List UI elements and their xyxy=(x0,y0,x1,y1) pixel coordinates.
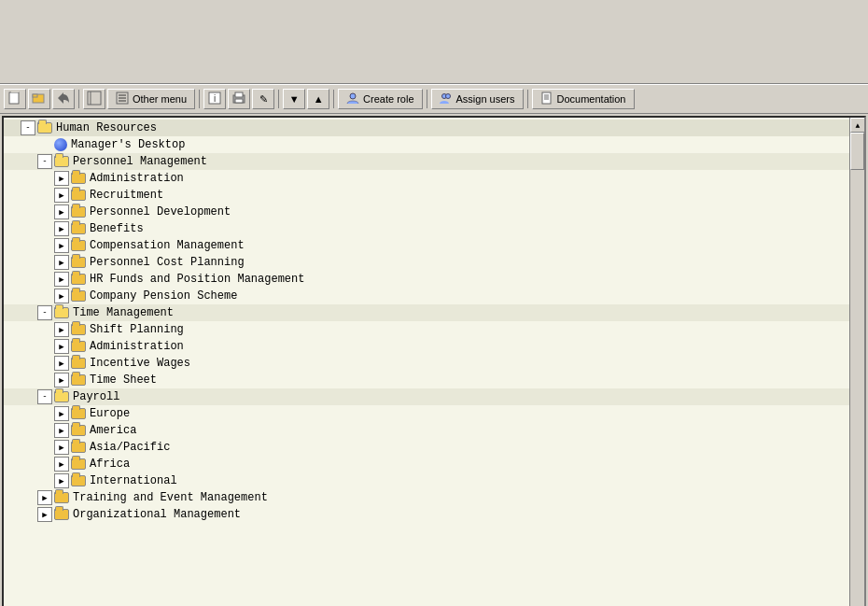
comp-expand[interactable]: ▶ xyxy=(54,238,69,253)
tree-item-shift-planning[interactable]: ▶ Shift Planning xyxy=(4,321,849,338)
tree-item-recruitment[interactable]: ▶ Recruitment xyxy=(4,187,849,204)
time-sheet-label: Time Sheet xyxy=(90,373,157,387)
new-button[interactable] xyxy=(4,89,26,109)
int-expand[interactable]: ▶ xyxy=(54,473,69,488)
tree-item-pension[interactable]: ▶ Company Pension Scheme xyxy=(4,288,849,304)
tree-item-international[interactable]: ▶ International xyxy=(4,472,849,489)
assign-users-button[interactable]: Assign users xyxy=(431,89,524,109)
tree-item-personnel-dev[interactable]: ▶ Personnel Development xyxy=(4,204,849,220)
pension-label: Company Pension Scheme xyxy=(90,289,237,303)
hrf-expand[interactable]: ▶ xyxy=(54,272,69,287)
tm-admin-label: Administration xyxy=(90,340,184,353)
eu-folder-icon xyxy=(71,408,86,419)
tm-expand[interactable]: - xyxy=(37,305,52,320)
tech-info-button[interactable]: i xyxy=(203,89,226,109)
top-chrome xyxy=(0,0,868,84)
scrollbar: ▲ ▼ xyxy=(849,118,864,606)
tree-item-org-mgmt[interactable]: ▶ Organizational Management xyxy=(4,506,849,523)
pm-expand[interactable]: - xyxy=(37,154,52,169)
back-button[interactable] xyxy=(52,89,75,109)
tr-expand[interactable]: ▶ xyxy=(37,490,52,505)
svg-point-17 xyxy=(445,94,450,99)
compensation-label: Compensation Management xyxy=(90,239,245,252)
recruitment-label: Recruitment xyxy=(90,189,163,202)
tm-folder-icon xyxy=(54,307,69,318)
open-button[interactable] xyxy=(28,89,50,109)
tree-item-asia-pacific[interactable]: ▶ Asia/Pacific xyxy=(4,439,849,456)
pdev-expand[interactable]: ▶ xyxy=(54,204,69,219)
scrollbar-track[interactable] xyxy=(850,133,864,606)
sp-expand[interactable]: ▶ xyxy=(54,322,69,337)
tree-item-time-sheet[interactable]: ▶ Time Sheet xyxy=(4,372,849,388)
tree-root[interactable]: - Human Resources xyxy=(4,120,849,136)
tree-item-america[interactable]: ▶ America xyxy=(4,422,849,439)
documentation-icon xyxy=(540,92,553,106)
tree-item-tm-administration[interactable]: ▶ Administration xyxy=(4,338,849,355)
down-arrow-button[interactable]: ▼ xyxy=(283,89,305,109)
main-panel: - Human Resources Manager's Desktop - Pe… xyxy=(2,116,866,606)
other-menu-button[interactable]: Other menu xyxy=(107,89,195,109)
tree-item-hr-funds[interactable]: ▶ HR Funds and Position Management xyxy=(4,271,849,288)
separator-4 xyxy=(333,90,334,108)
org-mgmt-label: Organizational Management xyxy=(73,508,241,521)
tree-item-compensation[interactable]: ▶ Compensation Management xyxy=(4,237,849,254)
open-icon xyxy=(32,91,47,107)
up-arrow-icon: ▲ xyxy=(314,93,324,105)
tree-item-personnel-mgmt[interactable]: - Personnel Management xyxy=(4,153,849,170)
ap-expand[interactable]: ▶ xyxy=(54,440,69,455)
tma-folder-icon xyxy=(71,341,86,352)
iw-expand[interactable]: ▶ xyxy=(54,356,69,371)
root-expand[interactable]: - xyxy=(21,120,35,135)
tree-item-managers-desktop[interactable]: Manager's Desktop xyxy=(4,136,849,153)
international-label: International xyxy=(90,474,177,487)
tma-expand[interactable]: ▶ xyxy=(54,339,69,354)
ts-expand[interactable]: ▶ xyxy=(54,373,69,388)
admin-expand[interactable]: ▶ xyxy=(54,171,69,186)
svg-rect-4 xyxy=(88,92,101,105)
new-icon xyxy=(7,91,22,107)
assign-users-label: Assign users xyxy=(456,93,515,105)
pay-expand[interactable]: - xyxy=(37,389,52,404)
create-role-button[interactable]: Create role xyxy=(338,89,422,109)
tree-item-cost-planning[interactable]: ▶ Personnel Cost Planning xyxy=(4,254,849,271)
tree-item-administration[interactable]: ▶ Administration xyxy=(4,170,849,187)
time-mgmt-label: Time Management xyxy=(73,306,174,319)
cp-expand[interactable]: ▶ xyxy=(54,255,69,270)
pm-folder-icon xyxy=(54,156,69,167)
incentive-wages-label: Incentive Wages xyxy=(90,357,190,370)
eu-expand[interactable]: ▶ xyxy=(54,406,69,421)
sphere-icon xyxy=(54,138,67,151)
ts-folder-icon xyxy=(71,374,86,386)
tree-item-training[interactable]: ▶ Training and Event Management xyxy=(4,489,849,506)
am-expand[interactable]: ▶ xyxy=(54,423,69,438)
tree-item-africa[interactable]: ▶ Africa xyxy=(4,456,849,472)
ben-expand[interactable]: ▶ xyxy=(54,221,69,236)
edit-button[interactable]: ✎ xyxy=(252,89,274,109)
documentation-button[interactable]: Documentation xyxy=(532,89,635,109)
root-label: Human Resources xyxy=(56,121,157,134)
svg-rect-14 xyxy=(235,99,243,103)
tree-item-incentive-wages[interactable]: ▶ Incentive Wages xyxy=(4,355,849,372)
root-folder-icon xyxy=(37,122,52,134)
create-role-label: Create role xyxy=(363,93,413,105)
rec-expand[interactable]: ▶ xyxy=(54,188,69,203)
edit-icon: ✎ xyxy=(259,93,268,106)
af-expand[interactable]: ▶ xyxy=(54,457,69,472)
tree-item-europe[interactable]: ▶ Europe xyxy=(4,405,849,422)
tree-item-time-mgmt[interactable]: - Time Management xyxy=(4,304,849,321)
africa-label: Africa xyxy=(90,458,130,471)
payroll-label: Payroll xyxy=(73,390,119,403)
org-expand[interactable]: ▶ xyxy=(37,507,52,522)
cp-folder-icon xyxy=(71,257,86,268)
personnel-mgmt-label: Personnel Management xyxy=(73,155,207,168)
tree-button[interactable] xyxy=(83,89,105,109)
print-button[interactable] xyxy=(228,89,250,109)
scroll-up-button[interactable]: ▲ xyxy=(850,118,865,133)
tree-item-payroll[interactable]: - Payroll xyxy=(4,388,849,405)
tr-folder-icon xyxy=(54,492,69,503)
pen-expand[interactable]: ▶ xyxy=(54,289,69,303)
up-arrow-button[interactable]: ▲ xyxy=(307,89,329,109)
scrollbar-thumb[interactable] xyxy=(850,133,864,170)
down-arrow-icon: ▼ xyxy=(289,93,300,105)
tree-item-benefits[interactable]: ▶ Benefits xyxy=(4,220,849,237)
